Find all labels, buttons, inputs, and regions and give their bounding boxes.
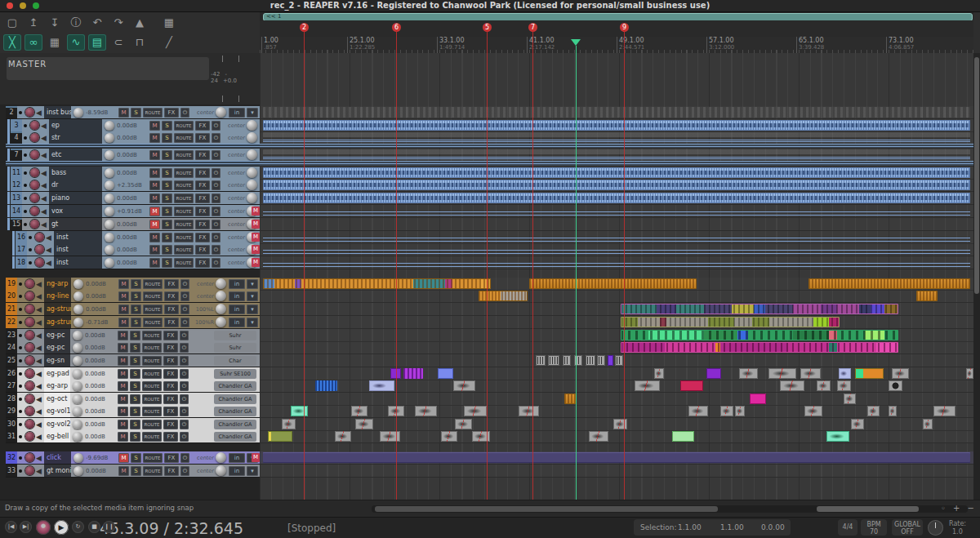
fx-enable-button[interactable]: ⏻ <box>180 394 189 404</box>
pan-knob[interactable] <box>216 291 226 301</box>
fx-enable-button[interactable]: ⏻ <box>212 193 220 203</box>
speaker-icon[interactable]: ◀ <box>41 220 47 229</box>
solo-button[interactable]: S <box>162 133 172 143</box>
solo-button[interactable]: S <box>130 432 140 442</box>
pan-knob[interactable] <box>247 180 257 190</box>
solo-button[interactable]: S <box>162 245 172 255</box>
track-name[interactable]: piano <box>49 192 102 204</box>
media-item[interactable] <box>586 355 595 366</box>
magnet-snap-icon[interactable]: ⊂ <box>109 34 127 51</box>
track-row[interactable]: 18◀inst0.00dBMSROUTEFX⏻center <box>16 256 260 269</box>
go-to-start-button[interactable]: |◀ <box>5 521 17 533</box>
pencil-draw-icon[interactable]: ╱ <box>160 34 178 51</box>
record-arm-button[interactable] <box>35 245 44 254</box>
track-name[interactable]: ag-strum <box>44 303 71 315</box>
track-name[interactable]: eg-vol2 <box>44 418 70 430</box>
fx-enable-button[interactable]: ⏻ <box>212 233 220 242</box>
route-button[interactable]: ROUTE <box>174 258 194 268</box>
media-item[interactable] <box>615 355 623 366</box>
mute-button[interactable]: M <box>149 258 160 268</box>
speaker-icon[interactable]: ◀ <box>41 122 47 130</box>
edit-cursor-handle[interactable] <box>571 39 581 46</box>
track-name[interactable]: bass <box>49 167 102 179</box>
track-name[interactable]: gt monitor <box>44 465 71 477</box>
track-volume-knob[interactable] <box>74 466 83 476</box>
media-item[interactable] <box>892 368 909 379</box>
mute-button[interactable]: M <box>118 407 128 416</box>
media-item[interactable] <box>851 419 864 429</box>
media-item[interactable] <box>621 317 840 327</box>
media-item[interactable] <box>415 406 437 416</box>
record-arm-button[interactable] <box>25 394 34 403</box>
horizontal-scrollbar-thumb[interactable] <box>375 506 718 512</box>
record-arm-button[interactable] <box>25 318 34 327</box>
input-dropdown-button[interactable]: ▾ <box>247 108 258 118</box>
track-volume-knob[interactable] <box>73 369 82 379</box>
fx-button[interactable]: FX <box>195 245 210 255</box>
record-arm-button[interactable] <box>25 331 34 340</box>
pan-knob[interactable] <box>216 107 226 118</box>
media-item[interactable] <box>735 406 745 416</box>
fx-insert-name-button[interactable]: Chandler GA <box>214 407 256 416</box>
solo-button[interactable]: S <box>130 356 140 366</box>
arrange-track-lane[interactable] <box>260 290 973 303</box>
selection-length[interactable]: 0.0.00 <box>761 523 785 531</box>
track-number[interactable]: 32 <box>6 451 17 464</box>
arrange-collapsed-row[interactable] <box>260 161 973 167</box>
mute-button[interactable]: M <box>149 207 160 216</box>
media-item[interactable] <box>672 431 694 442</box>
fx-enable-button[interactable]: ⏻ <box>180 407 189 416</box>
fx-button[interactable]: FX <box>163 394 178 404</box>
envelope-icon[interactable]: ∿ <box>67 34 85 51</box>
fx-enable-button[interactable]: ⏻ <box>180 108 189 118</box>
pan-knob[interactable] <box>216 304 226 314</box>
route-button[interactable]: ROUTE <box>143 318 163 327</box>
bpm-value[interactable]: 70 <box>861 528 887 536</box>
input-monitor-button[interactable]: in <box>229 305 245 314</box>
track-row[interactable]: 20◀ng-line0.00dBMSROUTEFX⏻centerin▾ <box>6 290 260 303</box>
record-arm-button[interactable] <box>25 305 34 313</box>
track-row[interactable]: 17◀inst0.00dBMSROUTEFX⏻center <box>16 243 260 256</box>
fx-button[interactable]: FX <box>195 133 210 143</box>
fx-button[interactable]: FX <box>163 331 178 340</box>
fx-insert-name-button[interactable]: Chandler GA <box>214 432 256 442</box>
global-automation-value[interactable]: OFF <box>892 528 923 536</box>
record-arm-button[interactable] <box>30 207 39 216</box>
media-item[interactable] <box>933 406 956 416</box>
time-selection-box[interactable]: Selection: 1.1.00 1.1.00 0.0.00 <box>634 519 791 536</box>
fx-button[interactable]: FX <box>195 193 210 203</box>
speaker-icon[interactable]: ◀ <box>41 134 47 142</box>
horizontal-scrollbar[interactable] <box>372 505 968 513</box>
arrange-track-lane[interactable] <box>260 430 973 443</box>
solo-button[interactable]: S <box>131 291 141 301</box>
speaker-icon[interactable]: ◀ <box>46 259 51 267</box>
mute-button[interactable]: M <box>118 343 128 353</box>
fx-button[interactable]: FX <box>195 233 210 242</box>
media-item[interactable] <box>268 431 292 442</box>
media-item[interactable] <box>291 406 308 416</box>
media-item[interactable] <box>923 419 933 429</box>
route-button[interactable]: ROUTE <box>142 331 162 340</box>
record-arm-button[interactable] <box>25 453 34 462</box>
route-button[interactable]: ROUTE <box>143 453 163 463</box>
media-item[interactable] <box>263 149 970 160</box>
global-automation-box[interactable]: GLOBAL OFF <box>892 519 923 536</box>
solo-button[interactable]: S <box>131 279 141 289</box>
mute-button[interactable]: M <box>118 279 129 289</box>
media-item[interactable] <box>351 406 368 416</box>
arrange-track-lane[interactable] <box>260 316 973 329</box>
media-item[interactable] <box>780 380 804 391</box>
media-item[interactable] <box>464 406 487 416</box>
speaker-icon[interactable]: ◀ <box>36 357 42 365</box>
track-row[interactable]: 28◀eg-oct0.00dBMSROUTEFX⏻Chandler GA <box>6 393 260 406</box>
fx-enable-button[interactable]: ⏻ <box>212 133 220 143</box>
media-item[interactable] <box>837 380 851 391</box>
solo-button[interactable]: S <box>162 121 172 131</box>
track-number[interactable]: 19 <box>6 278 17 290</box>
vertical-scrollbar[interactable] <box>973 53 980 500</box>
track-number[interactable]: 30 <box>6 418 17 430</box>
pan-knob[interactable] <box>247 132 257 143</box>
input-monitor-button[interactable]: in <box>229 318 245 327</box>
undo-icon[interactable]: ↶ <box>88 15 106 31</box>
track-number[interactable]: 20 <box>6 290 17 302</box>
